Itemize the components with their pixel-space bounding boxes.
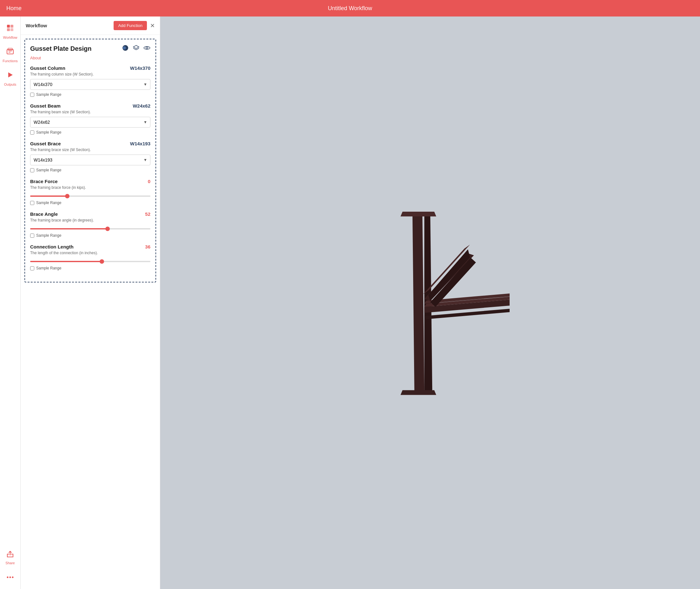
svg-rect-3 bbox=[10, 28, 13, 31]
function-card: Gusset Plate Design bbox=[24, 39, 156, 282]
brace-angle-header: Brace Angle 52 bbox=[30, 211, 151, 217]
input-group-brace-force: Brace Force 0 The framing brace force (i… bbox=[30, 179, 151, 205]
input-group-brace-angle: Brace Angle 52 The framing brace angle (… bbox=[30, 211, 151, 238]
functions-icon bbox=[6, 47, 15, 58]
main-layout: Workflow Functions Outputs bbox=[0, 16, 700, 589]
workflow-panel: Workflow Add Function ✕ Gusset Plate Des… bbox=[21, 16, 160, 589]
gusset-beam-select[interactable]: W24x62 W14x193 W14x370 bbox=[30, 117, 151, 128]
brace-force-slider[interactable] bbox=[30, 195, 151, 197]
sidebar-item-outputs[interactable]: Outputs bbox=[0, 67, 20, 90]
page-title: Untitled Workflow bbox=[328, 5, 372, 12]
app-header: Home Untitled Workflow bbox=[0, 0, 700, 16]
gusset-brace-select[interactable]: W14x193 W14x370 W24x62 bbox=[30, 155, 151, 165]
brace-angle-sample-range-row: Sample Range bbox=[30, 233, 151, 238]
brace-angle-slider[interactable] bbox=[30, 228, 151, 229]
outputs-nav-label: Outputs bbox=[4, 82, 16, 86]
brace-force-sample-range-row: Sample Range bbox=[30, 201, 151, 205]
sidebar-nav: Workflow Functions Outputs bbox=[0, 16, 21, 589]
gusset-brace-select-wrapper: W14x193 W14x370 W24x62 ▼ bbox=[30, 155, 151, 165]
svg-marker-8 bbox=[8, 72, 13, 77]
input-group-gusset-column: Gusset Column W14x370 The framing column… bbox=[30, 65, 151, 97]
home-button[interactable]: Home bbox=[6, 5, 22, 12]
connection-length-sample-checkbox[interactable] bbox=[30, 266, 34, 270]
gusset-brace-value: W14x193 bbox=[130, 141, 151, 146]
gusset-beam-select-wrapper: W24x62 W14x193 W14x370 ▼ bbox=[30, 117, 151, 128]
gusset-brace-description: The framing brace size (W Section). bbox=[30, 148, 151, 152]
eye-icon[interactable] bbox=[144, 44, 151, 53]
function-card-icons bbox=[122, 44, 151, 53]
close-button[interactable]: ✕ bbox=[150, 23, 155, 29]
gusset-beam-label: Gusset Beam bbox=[30, 103, 61, 109]
svg-point-9 bbox=[7, 577, 9, 578]
sidebar-item-workflow[interactable]: Workflow bbox=[0, 20, 20, 43]
svg-point-10 bbox=[10, 577, 11, 578]
brace-force-sample-checkbox[interactable] bbox=[30, 201, 34, 205]
connection-length-sample-label: Sample Range bbox=[36, 266, 61, 270]
brace-force-description: The framing brace force (in kips). bbox=[30, 185, 151, 190]
panel-title: Workflow bbox=[26, 23, 47, 28]
layers-icon[interactable] bbox=[133, 44, 140, 53]
gusset-beam-value: W24x62 bbox=[133, 103, 151, 109]
gusset-brace-sample-range-row: Sample Range bbox=[30, 168, 151, 172]
panel-header-actions: Add Function ✕ bbox=[113, 21, 155, 30]
connection-length-sample-range-row: Sample Range bbox=[30, 266, 151, 270]
svg-marker-18 bbox=[401, 212, 436, 216]
sidebar-item-more[interactable] bbox=[0, 569, 20, 586]
input-group-gusset-brace: Gusset Brace W14x193 The framing brace s… bbox=[30, 141, 151, 172]
gusset-beam-sample-checkbox[interactable] bbox=[30, 131, 34, 135]
gusset-column-sample-checkbox[interactable] bbox=[30, 93, 34, 97]
function-card-header: Gusset Plate Design bbox=[30, 44, 151, 53]
gusset-beam-description: The framing beam size (W Section). bbox=[30, 110, 151, 114]
gusset-column-select[interactable]: W14x370 W14x193 W24x62 bbox=[30, 79, 151, 90]
gusset-column-label: Gusset Column bbox=[30, 65, 65, 71]
brace-force-header: Brace Force 0 bbox=[30, 179, 151, 184]
gusset-beam-sample-range-row: Sample Range bbox=[30, 130, 151, 135]
gusset-brace-label: Gusset Brace bbox=[30, 141, 61, 146]
gusset-column-description: The framing column size (W Section). bbox=[30, 72, 151, 76]
brace-angle-value: 52 bbox=[145, 211, 151, 217]
svg-point-13 bbox=[123, 46, 126, 49]
input-group-connection-length: Connection Length 36 The length of the c… bbox=[30, 244, 151, 270]
share-nav-label: Share bbox=[5, 561, 15, 565]
functions-nav-label: Functions bbox=[3, 59, 18, 63]
circle-icon[interactable] bbox=[122, 44, 129, 53]
brace-angle-label: Brace Angle bbox=[30, 211, 58, 217]
gusset-brace-header: Gusset Brace W14x193 bbox=[30, 141, 151, 146]
gusset-beam-header: Gusset Beam W24x62 bbox=[30, 103, 151, 109]
svg-rect-0 bbox=[7, 25, 10, 28]
gusset-brace-sample-label: Sample Range bbox=[36, 168, 61, 172]
brace-force-sample-label: Sample Range bbox=[36, 201, 61, 205]
brace-angle-description: The framing brace angle (in degrees). bbox=[30, 218, 151, 222]
gusset-column-select-wrapper: W14x370 W14x193 W24x62 ▼ bbox=[30, 79, 151, 90]
sidebar-item-share[interactable]: Share bbox=[0, 547, 20, 569]
outputs-icon bbox=[6, 70, 15, 81]
brace-angle-sample-checkbox[interactable] bbox=[30, 234, 34, 238]
gusset-beam-sample-label: Sample Range bbox=[36, 130, 61, 135]
3d-model-svg bbox=[351, 204, 510, 402]
add-function-button[interactable]: Add Function bbox=[113, 21, 147, 30]
brace-force-value: 0 bbox=[148, 179, 151, 184]
svg-marker-19 bbox=[401, 390, 436, 395]
workflow-icon bbox=[6, 23, 15, 34]
gusset-column-header: Gusset Column W14x370 bbox=[30, 65, 151, 71]
brace-angle-sample-label: Sample Range bbox=[36, 233, 61, 238]
sidebar-bottom: Share bbox=[0, 547, 20, 589]
svg-rect-2 bbox=[7, 28, 10, 31]
svg-point-14 bbox=[146, 47, 148, 49]
more-icon bbox=[6, 573, 14, 581]
gusset-brace-sample-checkbox[interactable] bbox=[30, 168, 34, 172]
connection-length-value: 36 bbox=[145, 244, 151, 249]
gusset-column-sample-label: Sample Range bbox=[36, 92, 61, 97]
connection-length-label: Connection Length bbox=[30, 244, 74, 249]
3d-viewport bbox=[160, 16, 700, 589]
connection-length-slider[interactable] bbox=[30, 261, 151, 262]
svg-marker-15 bbox=[412, 212, 424, 394]
svg-point-11 bbox=[12, 577, 14, 578]
svg-rect-1 bbox=[10, 25, 13, 28]
sidebar-item-functions[interactable]: Functions bbox=[0, 43, 20, 67]
gusset-column-sample-range-row: Sample Range bbox=[30, 92, 151, 97]
about-link[interactable]: About bbox=[30, 55, 151, 60]
share-icon bbox=[6, 550, 14, 560]
panel-content: Gusset Plate Design bbox=[21, 35, 160, 589]
connection-length-header: Connection Length 36 bbox=[30, 244, 151, 249]
